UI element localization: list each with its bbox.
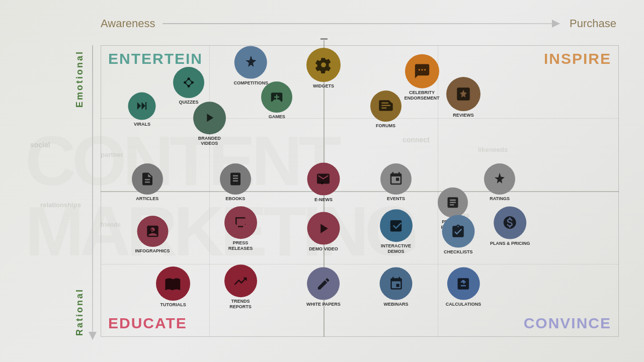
ratings-label: RATINGS	[490, 196, 510, 202]
demo-video-label: DEMO VIDEO	[309, 246, 338, 252]
grid-line-2	[101, 264, 619, 264]
item-ebooks[interactable]: EBOOKS	[220, 163, 251, 202]
virals-label: VIRALS	[134, 121, 150, 127]
item-widgets[interactable]: WIDGETS	[306, 48, 341, 89]
emotional-rational-axis	[87, 45, 99, 339]
entertain-label: ENTERTEIN	[108, 50, 203, 67]
item-webinars[interactable]: WEBINARS	[380, 267, 413, 307]
ebooks-label: EBOOKS	[225, 196, 245, 202]
svg-line-5	[185, 79, 189, 83]
convince-label: CONVINCE	[524, 315, 611, 332]
forums-label: FORUMS	[376, 123, 395, 129]
inspire-label: INSPIRE	[544, 50, 611, 67]
chart-area: ENTERTEIN INSPIRE EDUCATE CONVINCE VIRAL…	[101, 45, 619, 337]
webinars-label: WEBINARS	[384, 302, 409, 307]
reviews-label: REVIEWS	[453, 113, 474, 118]
svg-line-6	[189, 79, 193, 83]
grid-line-3	[209, 45, 210, 337]
events-label: EVENTS	[387, 196, 405, 202]
branded-videos-label: BRANDED VIDEOS	[189, 136, 229, 147]
educate-label: EDUCATE	[108, 315, 187, 332]
plans-pricing-label: PLANS & PRICING	[490, 240, 530, 246]
item-ratings[interactable]: RATINGS	[484, 163, 515, 202]
white-papers-label: WHITE PAPERS	[306, 302, 341, 307]
checklists-label: CHECKLISTS	[444, 249, 473, 255]
svg-line-8	[185, 82, 189, 86]
item-press-releases[interactable]: PRESS RELEASES	[220, 207, 261, 252]
trends-reports-label: TRENDS REPORTS	[220, 299, 261, 310]
svg-point-9	[321, 182, 324, 185]
item-articles[interactable]: ARTICLES	[132, 163, 163, 202]
item-demo-video[interactable]: DEMO VIDEO	[307, 212, 340, 252]
item-checklists[interactable]: CHECKLISTS	[442, 215, 474, 255]
item-reviews[interactable]: REVIEWS	[446, 77, 480, 118]
tutorials-label: TUTORIALS	[160, 302, 186, 308]
item-celebrity-endorsement[interactable]: CELEBRITY ENDORSEMENT	[402, 54, 442, 101]
games-label: GAMES	[269, 114, 285, 120]
svg-rect-0	[145, 102, 146, 110]
item-tutorials[interactable]: TUTORIALS	[156, 266, 190, 308]
infographics-label: INFOGRAPHICS	[135, 248, 170, 254]
item-calculations[interactable]: CALCULATIONS	[446, 267, 481, 307]
calculations-label: CALCULATIONS	[446, 302, 481, 307]
item-games[interactable]: GAMES	[261, 81, 292, 120]
item-quizzes[interactable]: QUIZZES	[173, 67, 204, 105]
item-branded-videos[interactable]: BRANDED VIDEOS	[189, 102, 229, 147]
awareness-purchase-axis: Awareness Purchase	[101, 18, 616, 30]
purchase-label: Purchase	[570, 17, 616, 30]
interactive-demos-label: INTERACTIVE DEMOS	[376, 243, 416, 254]
rational-label: Rational	[74, 288, 85, 336]
articles-label: ARTICLES	[136, 196, 158, 202]
item-plans-pricing[interactable]: PLANS & PRICING	[490, 206, 530, 246]
item-competitions[interactable]: COMPETITIONS	[233, 46, 268, 85]
awareness-label: Awareness	[101, 17, 155, 30]
svg-line-7	[189, 82, 193, 86]
item-forums[interactable]: FORUMS	[370, 90, 401, 129]
item-interactive-demos[interactable]: INTERACTIVE DEMOS	[376, 209, 416, 254]
grid-line-1	[101, 118, 619, 119]
center-h-line	[101, 191, 619, 192]
item-events[interactable]: EVENTS	[380, 163, 412, 202]
enews-label: E-NEWS	[314, 197, 333, 202]
widgets-label: WIDGETS	[313, 83, 334, 89]
item-infographics[interactable]: INFOGRAPHICS	[135, 216, 170, 254]
item-white-papers[interactable]: WHITE PAPERS	[306, 267, 341, 307]
item-enews[interactable]: E-NEWS	[307, 162, 340, 202]
celebrity-label: CELEBRITY ENDORSEMENT	[402, 90, 442, 101]
item-virals[interactable]: VIRALS	[128, 92, 156, 127]
press-releases-label: PRESS RELEASES	[220, 241, 261, 252]
emotional-label: Emotional	[74, 50, 85, 108]
item-trends-reports[interactable]: TRENDS REPORTS	[220, 265, 261, 310]
